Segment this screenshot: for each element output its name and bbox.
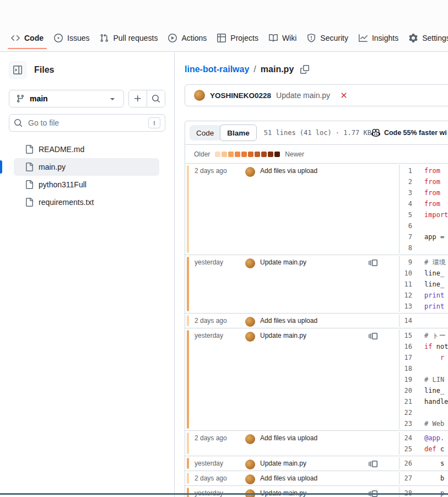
- code-line: 6: [400, 220, 448, 231]
- repo-nav-tabs: Code Issues Pull requests Actions Projec…: [0, 25, 448, 52]
- line-number[interactable]: 26: [400, 458, 412, 469]
- file-icon: [25, 145, 34, 154]
- code-text: [412, 407, 424, 418]
- tab-wiki[interactable]: Wiki: [269, 25, 296, 51]
- avatar[interactable]: [245, 167, 255, 177]
- copilot-banner[interactable]: Code 55% faster wi: [371, 128, 448, 137]
- line-number[interactable]: 7: [400, 231, 412, 242]
- breadcrumb-repo-link[interactable]: line-bot-railway: [185, 64, 249, 74]
- commit-age[interactable]: yesterday: [195, 460, 242, 467]
- file-tree-item-readme.md[interactable]: README.md: [14, 141, 159, 158]
- line-number[interactable]: 13: [400, 301, 412, 312]
- line-number[interactable]: 5: [400, 209, 412, 220]
- commit-message-link[interactable]: Add files via upload: [260, 167, 399, 175]
- code-text: import: [412, 209, 448, 220]
- commit-message-link[interactable]: Add files via upload: [260, 474, 399, 482]
- code-line: 1 from: [400, 165, 448, 176]
- line-number[interactable]: 18: [400, 363, 412, 374]
- line-number[interactable]: 3: [400, 187, 412, 198]
- file-tree-item-python311full[interactable]: python311Full: [14, 176, 159, 193]
- new-file-button[interactable]: [129, 90, 147, 107]
- tab-pull-requests[interactable]: Pull requests: [100, 25, 158, 51]
- branch-selector[interactable]: main: [9, 90, 124, 107]
- gear-icon: [409, 34, 418, 42]
- code-text: line_: [412, 268, 444, 279]
- avatar[interactable]: [245, 332, 255, 342]
- tab-actions[interactable]: Actions: [168, 25, 207, 51]
- heat-scale: [215, 152, 280, 157]
- blame-heat-legend: Older Newer: [185, 145, 448, 164]
- heat-scale-square: [228, 152, 234, 157]
- code-text: # 環境: [412, 257, 445, 268]
- avatar[interactable]: [245, 258, 255, 268]
- tab-insights[interactable]: Insights: [359, 25, 398, 51]
- commit-author[interactable]: YOSHINEKO0228: [210, 91, 271, 100]
- blame-view-button[interactable]: Blame: [220, 125, 257, 141]
- code-line: 10 line_: [400, 268, 448, 279]
- line-number[interactable]: 16: [400, 341, 412, 352]
- line-number[interactable]: 28: [400, 488, 412, 497]
- file-tree-item-main.py[interactable]: main.py: [14, 158, 159, 176]
- avatar[interactable]: [245, 460, 255, 469]
- file-tree-item-requirements.txt[interactable]: requirements.txt: [14, 193, 159, 211]
- check-failed-x-icon[interactable]: [339, 91, 348, 100]
- code-line: 15 # トー: [400, 330, 448, 341]
- line-number[interactable]: 15: [400, 330, 412, 341]
- line-number[interactable]: 6: [400, 220, 412, 231]
- line-number[interactable]: 22: [400, 407, 412, 418]
- commit-message-link[interactable]: Update main.py: [260, 258, 369, 266]
- commit-age[interactable]: 2 days ago: [195, 474, 242, 482]
- line-number[interactable]: 21: [400, 396, 412, 407]
- collapse-sidebar-button[interactable]: [9, 61, 26, 79]
- line-number[interactable]: 14: [400, 315, 412, 326]
- heat-age-bar: [187, 488, 189, 497]
- avatar[interactable]: [245, 317, 255, 327]
- commit-message-link[interactable]: Add files via upload: [260, 317, 399, 325]
- line-number[interactable]: 2: [400, 176, 412, 187]
- tab-code[interactable]: Code: [11, 25, 44, 51]
- line-number[interactable]: 19: [400, 374, 412, 385]
- blame-hunk: yesterday Update main.py 26 s: [185, 456, 448, 471]
- commit-message-link[interactable]: Add files via upload: [260, 434, 399, 442]
- copy-path-icon[interactable]: [300, 65, 309, 74]
- go-to-file-input[interactable]: [27, 118, 144, 128]
- line-number[interactable]: 12: [400, 290, 412, 301]
- line-number[interactable]: 10: [400, 268, 412, 279]
- versions-icon[interactable]: [369, 460, 377, 468]
- avatar[interactable]: [245, 474, 255, 484]
- line-number[interactable]: 24: [400, 433, 412, 444]
- code-line: 14: [400, 315, 448, 326]
- code-text: # Web: [412, 418, 444, 429]
- code-view-button[interactable]: Code: [190, 125, 220, 141]
- tab-settings[interactable]: Settings: [409, 25, 448, 51]
- line-number[interactable]: 23: [400, 418, 412, 429]
- commit-age[interactable]: yesterday: [195, 332, 242, 339]
- avatar[interactable]: [245, 434, 255, 444]
- line-number[interactable]: 11: [400, 279, 412, 290]
- commit-age[interactable]: yesterday: [195, 258, 242, 266]
- line-number[interactable]: 20: [400, 385, 412, 396]
- search-tree-button[interactable]: [147, 90, 165, 107]
- versions-icon[interactable]: [369, 332, 377, 341]
- commit-message-link[interactable]: Update main.py: [260, 332, 369, 339]
- breadcrumb-separator: /: [253, 64, 256, 74]
- tab-projects[interactable]: Projects: [217, 25, 258, 51]
- versions-icon[interactable]: [369, 258, 377, 267]
- commit-age[interactable]: 2 days ago: [195, 317, 242, 325]
- heat-scale-square: [235, 152, 240, 157]
- line-number[interactable]: 1: [400, 165, 412, 176]
- commit-age[interactable]: 2 days ago: [195, 434, 242, 442]
- line-number[interactable]: 8: [400, 242, 412, 253]
- line-number[interactable]: 4: [400, 198, 412, 209]
- commit-avatar[interactable]: [194, 90, 205, 101]
- heat-scale-square: [248, 152, 253, 157]
- line-number[interactable]: 17: [400, 352, 412, 363]
- tab-issues[interactable]: Issues: [54, 25, 89, 51]
- commit-message[interactable]: Update main.py: [276, 91, 330, 100]
- commit-message-link[interactable]: Update main.py: [260, 460, 369, 467]
- line-number[interactable]: 9: [400, 257, 412, 268]
- tab-security[interactable]: Security: [307, 25, 348, 51]
- line-number[interactable]: 27: [400, 473, 412, 484]
- line-number[interactable]: 25: [400, 444, 412, 455]
- commit-age[interactable]: 2 days ago: [195, 167, 242, 175]
